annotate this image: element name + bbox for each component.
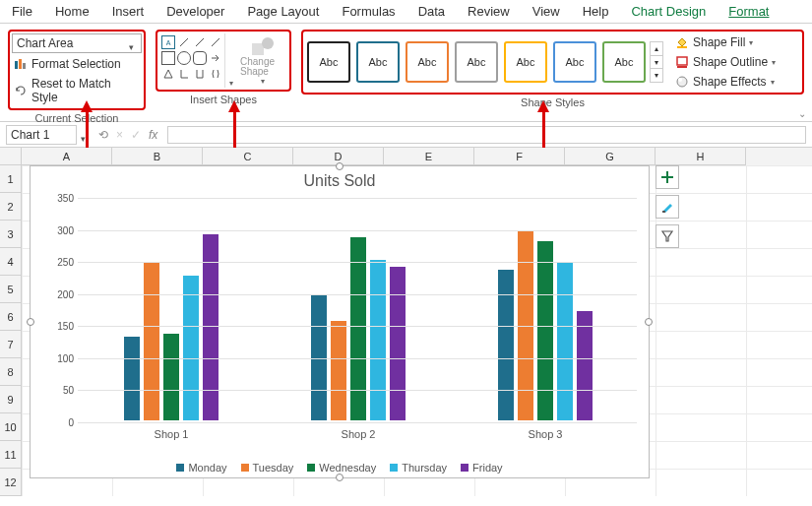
bar[interactable] [183,276,199,420]
ribbon-expand-icon[interactable]: ⌄ [798,108,806,119]
row-header[interactable]: 5 [0,276,22,303]
shape-gallery[interactable]: A [159,33,224,88]
bar[interactable] [390,267,406,420]
col-header[interactable] [0,148,22,165]
style-swatch-4[interactable]: Abc [504,41,547,83]
bar[interactable] [163,334,179,420]
menu-format[interactable]: Format [728,4,769,19]
change-shape-icon [250,35,276,57]
col-header[interactable]: G [565,148,656,165]
shape-styles-group: AbcAbcAbcAbcAbcAbcAbc ▴ ▾ ▾ Shape Fill ▾… [301,30,804,95]
reset-to-match-style-button[interactable]: Reset to Match Style [12,75,142,106]
legend-item[interactable]: Monday [176,462,226,474]
bar[interactable] [331,321,346,420]
menu-formulas[interactable]: Formulas [342,4,395,19]
col-header[interactable]: H [656,148,746,165]
confirm-icon[interactable]: ✓ [131,128,141,142]
worksheet-grid[interactable]: ABCDEFGH 123456789101112 Units Sold 0501… [0,148,812,496]
legend-item[interactable]: Thursday [390,462,447,474]
row-header[interactable]: 8 [0,358,22,386]
bar[interactable] [350,237,366,420]
row-header[interactable]: 1 [0,165,22,193]
row-header[interactable]: 11 [0,441,22,469]
y-tick: 250 [57,257,74,268]
chart-filters-button[interactable] [656,224,679,248]
rounded-rect-shape-icon [193,51,207,65]
legend-item[interactable]: Wednesday [307,462,376,474]
chart-element-selector[interactable]: Chart Area [12,33,142,53]
name-box-dropdown-icon[interactable] [81,131,89,139]
col-header[interactable]: A [22,148,112,165]
shape-styles-label: Shape Styles [521,96,585,108]
row-header[interactable]: 9 [0,386,22,413]
shape-effects-button[interactable]: Shape Effects ▾ [673,73,778,91]
row-header[interactable]: 7 [0,331,22,358]
menu-view[interactable]: View [532,4,560,19]
bar[interactable] [370,260,386,420]
menu-help[interactable]: Help [583,4,609,19]
svg-rect-0 [15,61,18,69]
line-arrow-shape-icon [193,35,207,49]
menu-file[interactable]: File [12,4,32,19]
row-header[interactable]: 6 [0,303,22,331]
x-category-label: Shop 2 [342,428,376,440]
menu-review[interactable]: Review [468,4,510,19]
style-swatch-5[interactable]: Abc [553,41,596,83]
oval-shape-icon [177,51,191,65]
chart-legend[interactable]: MondayTuesdayWednesdayThursdayFriday [31,462,649,474]
menu-chart-design[interactable]: Chart Design [631,4,706,19]
cancel-icon[interactable]: × [116,128,123,142]
menu-developer[interactable]: Developer [166,4,224,19]
chart-object[interactable]: Units Sold 050100150200250300350 MondayT… [30,165,650,478]
col-header[interactable]: B [112,148,203,165]
fx-icon[interactable]: fx [149,128,157,142]
svg-line-4 [196,38,204,46]
style-swatch-1[interactable]: Abc [356,41,400,83]
bar[interactable] [144,263,159,420]
row-header[interactable]: 4 [0,248,22,276]
bar[interactable] [498,270,514,420]
shape-gallery-more[interactable]: ▾ [224,33,236,88]
bar[interactable] [577,311,593,420]
bar[interactable] [124,337,140,420]
col-header[interactable]: E [384,148,474,165]
chart-styles-button[interactable] [656,195,679,219]
history-icon[interactable]: ⟲ [98,128,108,142]
col-header[interactable]: F [474,148,565,165]
row-header[interactable]: 2 [0,193,22,221]
col-header[interactable]: C [203,148,293,165]
style-gallery-more[interactable]: ▴ ▾ ▾ [650,41,663,83]
row-header[interactable]: 12 [0,469,22,496]
style-swatch-2[interactable]: Abc [406,41,449,83]
bar[interactable] [557,263,573,420]
y-tick: 150 [57,321,74,332]
row-header[interactable]: 10 [0,413,22,441]
svg-point-6 [262,37,274,49]
name-box[interactable]: Chart 1 [6,125,77,145]
style-swatch-6[interactable]: Abc [602,41,646,83]
svg-line-3 [180,38,188,46]
shape-outline-button[interactable]: Shape Outline ▾ [673,53,778,71]
style-swatch-3[interactable]: Abc [455,41,498,83]
x-category-label: Shop 3 [529,428,563,440]
legend-item[interactable]: Friday [461,462,503,474]
line-shape-icon [177,35,191,49]
svg-point-11 [678,78,682,82]
triangle-shape-icon [161,67,175,81]
connector-shape-icon [209,35,222,49]
style-swatch-0[interactable]: Abc [307,41,350,83]
chart-plot-area[interactable]: 050100150200250300350 [78,198,637,420]
legend-item[interactable]: Tuesday [241,462,294,474]
shape-fill-button[interactable]: Shape Fill ▾ [673,33,778,51]
menu-insert[interactable]: Insert [112,4,145,19]
chart-elements-button[interactable] [656,165,679,189]
formula-input[interactable] [167,126,806,144]
menu-home[interactable]: Home [55,4,90,19]
format-selection-button[interactable]: Format Selection [12,55,142,73]
menu-page-layout[interactable]: Page Layout [247,4,319,19]
chart-element-value: Chart Area [17,36,73,50]
bar[interactable] [537,241,553,420]
row-header[interactable]: 3 [0,221,22,248]
menu-data[interactable]: Data [418,4,445,19]
brush-icon [660,200,674,214]
